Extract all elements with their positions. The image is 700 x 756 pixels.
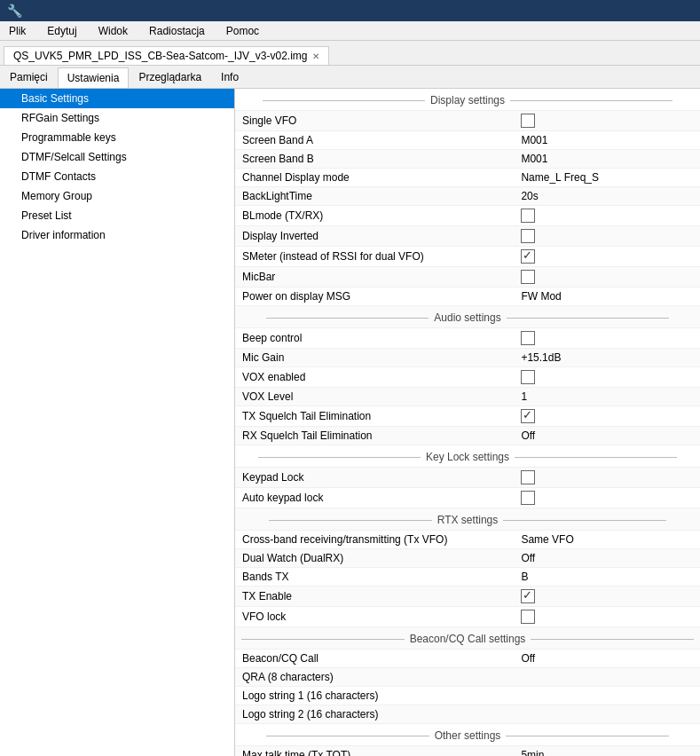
settings-row: QRA (8 characters)	[235, 668, 700, 687]
setting-label: Keypad Lock	[235, 468, 514, 488]
sidebar-item-rfgain-settings[interactable]: RFGain Settings	[0, 108, 234, 128]
setting-label: BackLightTime	[235, 187, 514, 206]
setting-value: +15.1dB	[514, 349, 700, 367]
menu-item-edytuj[interactable]: Edytuj	[42, 23, 82, 39]
setting-value: M001	[514, 150, 700, 169]
value-text: Off	[521, 552, 535, 564]
settings-row: Beep control	[235, 328, 700, 349]
setting-value[interactable]	[514, 406, 700, 427]
title-bar: 🔧	[0, 0, 700, 21]
setting-label: Power on display MSG	[235, 287, 514, 306]
setting-label: Display Inverted	[235, 226, 514, 247]
setting-value: B	[514, 568, 700, 587]
sidebar-item-basic-settings[interactable]: Basic Settings	[0, 89, 234, 108]
value-text: 20s	[521, 190, 538, 202]
setting-label: VOX Level	[235, 388, 514, 406]
checkbox[interactable]	[521, 249, 535, 264]
setting-value[interactable]	[514, 488, 700, 508]
checkbox[interactable]	[521, 610, 535, 624]
value-text: Same VFO	[521, 533, 573, 546]
checkbox[interactable]	[521, 209, 535, 223]
settings-row: Dual Watch (DualRX)Off	[235, 549, 700, 568]
setting-label: RX Squelch Tail Elimination	[235, 427, 514, 445]
checkbox[interactable]	[521, 229, 535, 243]
sidebar-item-dtmf-selcall-settings[interactable]: DTMF/Selcall Settings	[0, 147, 234, 167]
setting-value[interactable]	[514, 468, 700, 488]
setting-value[interactable]	[514, 226, 700, 247]
nav-tab-pami-ci[interactable]: Pamięci	[0, 67, 58, 87]
settings-row: Cross-band receiving/transmitting (Tx VF…	[235, 531, 700, 549]
checkbox[interactable]	[521, 470, 535, 484]
setting-value: Name_L Freq_S	[514, 169, 700, 187]
setting-label: Max talk time (Tx TOT)	[235, 746, 514, 757]
tab-close-button[interactable]: ✕	[312, 51, 319, 61]
setting-value: Off	[514, 549, 700, 568]
checkbox[interactable]	[521, 491, 535, 505]
settings-row: Screen Band BM001	[235, 150, 700, 169]
setting-label: SMeter (instead of RSSI for dual VFO)	[235, 247, 514, 267]
setting-label: MicBar	[235, 267, 514, 287]
checkbox[interactable]	[521, 270, 535, 284]
setting-value[interactable]	[514, 587, 700, 607]
section-title-display-settings: Display settings	[235, 89, 700, 110]
settings-table: Display settingsSingle VFOScreen Band AM…	[235, 89, 700, 756]
settings-row: Max talk time (Tx TOT)5min	[235, 746, 700, 757]
setting-label: Bands TX	[235, 568, 514, 587]
value-text: Off	[521, 429, 535, 442]
value-text: 1	[521, 390, 527, 403]
sidebar-item-programmable-keys[interactable]: Programmable keys	[0, 128, 234, 147]
tab-bar: QS_UVK5_PMR_LPD_ISS_CB-Sea-Satcom-_IJV_v…	[0, 41, 700, 66]
value-text: 5min	[521, 749, 544, 756]
setting-value[interactable]	[514, 328, 700, 349]
setting-value[interactable]	[514, 247, 700, 267]
app-icon: 🔧	[7, 4, 22, 18]
setting-label: TX Squelch Tail Elimination	[235, 406, 514, 427]
section-header-display-settings: Display settings	[235, 89, 700, 111]
settings-row: Mic Gain+15.1dB	[235, 349, 700, 367]
menu-item-widok[interactable]: Widok	[93, 23, 133, 39]
section-header-key-lock-settings: Key Lock settings	[235, 445, 700, 468]
menu-item-radiostacja[interactable]: Radiostacja	[144, 23, 210, 39]
setting-value[interactable]	[514, 607, 700, 627]
sidebar-item-preset-list[interactable]: Preset List	[0, 206, 234, 225]
value-text: FW Mod	[521, 290, 561, 303]
nav-tab-ustawienia[interactable]: Ustawienia	[58, 67, 130, 88]
file-tab[interactable]: QS_UVK5_PMR_LPD_ISS_CB-Sea-Satcom-_IJV_v…	[4, 46, 329, 65]
settings-row: Channel Display modeName_L Freq_S	[235, 169, 700, 187]
value-text: Off	[521, 652, 535, 665]
menu-item-pomoc[interactable]: Pomoc	[221, 23, 264, 39]
menu-item-plik[interactable]: Plik	[4, 23, 31, 39]
checkbox[interactable]	[521, 589, 535, 603]
setting-label: Beep control	[235, 328, 514, 349]
settings-row: Display Inverted	[235, 226, 700, 247]
setting-value[interactable]	[514, 267, 700, 287]
value-text: B	[521, 571, 528, 583]
setting-label: Channel Display mode	[235, 169, 514, 187]
checkbox[interactable]	[521, 409, 535, 423]
settings-row: BackLightTime20s	[235, 187, 700, 206]
nav-tab-info[interactable]: Info	[211, 67, 248, 87]
setting-value[interactable]	[514, 367, 700, 388]
section-title-beacon-cq-settings: Beacon/CQ Call settings	[235, 627, 700, 649]
setting-value[interactable]	[514, 111, 700, 131]
main-area: Basic SettingsRFGain SettingsProgrammabl…	[0, 89, 700, 756]
nav-tab-przegl-darka[interactable]: Przeglądarka	[129, 67, 211, 87]
section-title-rtx-settings: RTX settings	[235, 508, 700, 530]
content-panel: Display settingsSingle VFOScreen Band AM…	[235, 89, 700, 756]
setting-value: Off	[514, 650, 700, 668]
checkbox[interactable]	[521, 114, 535, 128]
settings-row: Logo string 1 (16 characters)	[235, 687, 700, 705]
sidebar-item-driver-information[interactable]: Driver information	[0, 225, 234, 245]
setting-value	[514, 687, 700, 705]
settings-row: Power on display MSGFW Mod	[235, 287, 700, 306]
setting-value: 5min	[514, 746, 700, 757]
sidebar-item-dtmf-contacts[interactable]: DTMF Contacts	[0, 167, 234, 186]
settings-row: Bands TXB	[235, 568, 700, 587]
sidebar-item-memory-group[interactable]: Memory Group	[0, 186, 234, 206]
section-header-other-settings: Other settings	[235, 724, 700, 746]
sidebar: Basic SettingsRFGain SettingsProgrammabl…	[0, 89, 235, 756]
setting-value: M001	[514, 131, 700, 150]
setting-value[interactable]	[514, 206, 700, 226]
checkbox[interactable]	[521, 331, 535, 345]
checkbox[interactable]	[521, 370, 535, 384]
